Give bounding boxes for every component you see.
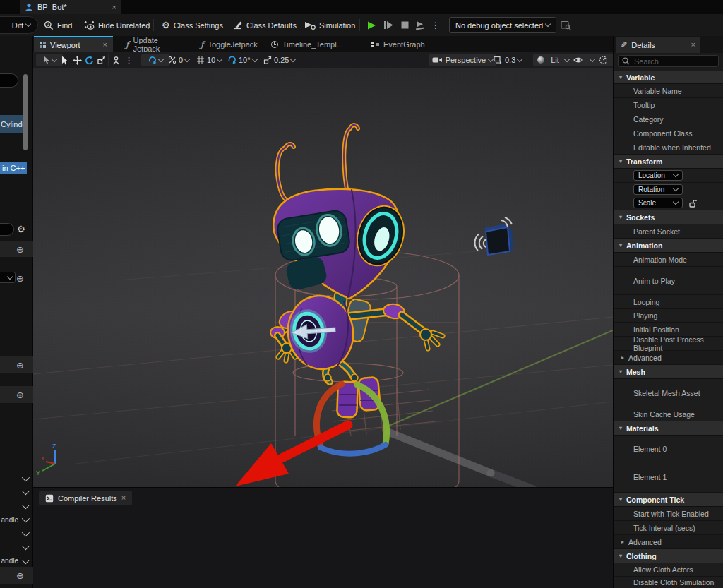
screen-percentage-control[interactable]: 0.3 [494,52,522,68]
details-row-variable-name[interactable]: Variable Name [614,84,723,98]
event-binding-row[interactable] [0,527,33,540]
filter-dropdown[interactable] [0,272,16,283]
category-row[interactable]: ⊕ [0,567,33,584]
details-row-anim-to-play[interactable]: Anim to Play [614,267,723,295]
event-binding-row[interactable]: andle [0,513,33,527]
add-icon[interactable]: ⊕ [16,390,24,400]
scale-tool-button[interactable] [97,52,106,68]
show-flags-dropdown[interactable] [570,54,598,66]
details-category-transform[interactable]: ▾Transform [614,155,723,169]
details-category-component-tick[interactable]: ▾Component Tick [614,493,723,507]
event-binding-row[interactable] [0,472,33,485]
add-icon[interactable]: ⊕ [16,571,24,580]
details-category-variable[interactable]: ▾Variable [614,71,723,84]
rotation-snap-control[interactable]: 10° [228,52,257,68]
scale-dropdown[interactable]: Scale [633,198,683,208]
details-row-start-with-tick-enabled[interactable]: Start with Tick Enabled [614,507,723,521]
asset-tab-bp-bot[interactable]: BP_Bot* × [20,0,121,14]
robot-character[interactable] [270,125,443,417]
rotation-dropdown[interactable]: Rotation [633,184,683,195]
expand-arrow-icon[interactable]: ▸ [621,539,624,545]
play-options-overflow-icon[interactable]: ⋮ [431,14,440,36]
tab-togglejetpack[interactable]: ƒToggleJetpack [195,36,260,52]
details-row-skeletal-mesh-asset[interactable]: Skeletal Mesh Asset [614,379,723,407]
details-row-skin-cache-usage[interactable]: Skin Cache Usage [614,407,723,421]
angle-snap-control[interactable]: 0 [168,52,189,68]
tab-update-jetpack[interactable]: ƒUpdate Jetpack [120,36,188,52]
location-dropdown[interactable]: Location [633,170,683,181]
event-binding-row[interactable] [0,486,33,499]
collapse-arrow-icon[interactable]: ▾ [619,368,622,375]
details-transform-location[interactable]: Location [614,169,723,183]
advance-frame-button[interactable] [414,14,426,36]
diff-button[interactable]: Diff [0,16,38,34]
details-row-component-class[interactable]: Component Class [614,126,723,140]
close-icon[interactable]: × [121,494,126,502]
debug-object-select[interactable]: No debug object selected [449,17,556,33]
details-category-clothing[interactable]: ▾Clothing [614,549,723,563]
play-button[interactable] [366,14,376,36]
surface-snap-dropdown[interactable] [141,54,169,66]
close-icon[interactable]: × [691,41,695,49]
hide-unrelated-button[interactable]: Hide Unrelated [84,14,150,36]
viewport-overflow-icon[interactable]: ⋮ [125,52,133,68]
stop-button[interactable] [400,14,410,36]
event-binding-row[interactable]: andle [0,554,33,568]
tab-eventgraph[interactable]: EventGraph [366,36,426,52]
myblueprint-search-field[interactable] [0,223,14,236]
details-row-looping[interactable]: Looping [614,295,723,309]
details-row-tooltip[interactable]: Tooltip [614,98,723,112]
collapse-arrow-icon[interactable]: ▾ [619,553,622,559]
camera-mode-dropdown[interactable]: Perspective [429,54,496,66]
category-row[interactable]: ⊕ [0,386,33,403]
details-row-editable-when-inherited[interactable]: Editable when Inherited [614,140,723,155]
grid-snap-control[interactable]: 10 [196,52,222,68]
details-category-sockets[interactable]: ▾Sockets [614,210,723,224]
collapse-arrow-icon[interactable]: ▾ [619,214,622,220]
details-advanced-19[interactable]: ▸Advanced [614,351,723,365]
category-row[interactable]: ⊕ [0,356,33,373]
event-binding-row[interactable] [0,541,33,554]
view-mode-dropdown[interactable]: Lit [533,54,573,66]
add-icon[interactable]: ⊕ [16,245,24,254]
details-transform-rotation[interactable]: Rotation [614,183,723,196]
collapse-arrow-icon[interactable]: ▾ [619,496,622,503]
viewport-3d[interactable]: Z X Y [33,68,613,487]
details-row-element-1[interactable]: Element 1 [614,462,723,493]
details-category-materials[interactable]: ▾Materials [614,421,723,436]
details-row-category[interactable]: Category [614,112,723,126]
collapse-arrow-icon[interactable]: ▾ [619,74,622,80]
category-row[interactable]: ⊕ [0,241,33,257]
rotate-tool-button[interactable] [85,52,94,68]
select-mode-dropdown[interactable] [36,54,63,66]
move-tool-button[interactable] [73,52,82,68]
details-row-allow-cloth-actors[interactable]: Allow Cloth Actors [614,563,723,577]
class-defaults-button[interactable]: Class Defaults [233,14,297,36]
close-icon[interactable]: × [112,4,116,11]
components-scrollbar[interactable] [23,74,28,150]
find-button[interactable]: Find [44,14,72,36]
details-search-input[interactable] [633,56,715,66]
details-advanced-29[interactable]: ▸Advanced [614,535,723,549]
collapse-arrow-icon[interactable]: ▾ [619,425,622,431]
class-settings-button[interactable]: ⚙ Class Settings [162,14,223,36]
toolbar-overflow-icon[interactable]: ⋮ [144,14,153,36]
tab-compiler-results[interactable]: Compiler Results × [39,491,132,505]
browse-debug-object-button[interactable] [561,14,572,36]
details-search[interactable] [618,55,719,67]
details-category-animation[interactable]: ▾Animation [614,239,723,253]
details-transform-scale[interactable]: Scale [614,196,723,210]
add-icon[interactable]: ⊕ [16,274,24,283]
select-tool-button[interactable] [61,52,68,68]
close-icon[interactable]: × [103,41,107,49]
scale-snap-control[interactable]: 0.25 [263,52,295,68]
unlock-icon[interactable] [688,199,697,208]
details-row-tick-interval-secs[interactable]: Tick Interval (secs) [614,521,723,535]
event-binding-row[interactable] [0,499,33,512]
tab-viewport[interactable]: Viewport× [34,36,113,52]
details-row-parent-socket[interactable]: Parent Socket [614,224,723,239]
details-row-animation-mode[interactable]: Animation Mode [614,253,723,267]
add-icon[interactable]: ⊕ [16,361,24,370]
details-row-playing[interactable]: Playing [614,309,723,323]
expand-arrow-icon[interactable]: ▸ [621,354,624,361]
